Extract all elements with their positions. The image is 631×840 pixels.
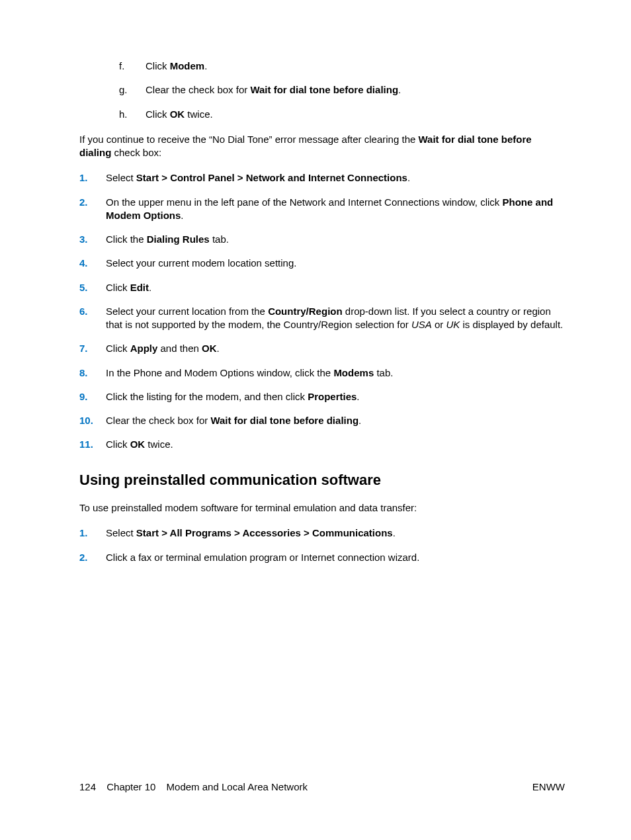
list-content: On the upper menu in the left pane of th… [106,196,565,223]
list-content: Select Start > All Programs > Accessorie… [106,526,565,540]
list-content: Clear the check box for Wait for dial to… [106,414,565,427]
chapter-label: Chapter 10 [106,781,155,792]
list-marker: 8. [79,366,106,380]
alpha-list: f.Click Modem.g.Clear the check box for … [79,60,565,121]
list-content: Select Start > Control Panel > Network a… [106,171,565,185]
footer-right: ENWW [532,780,565,794]
list-marker: 10. [79,414,106,427]
list-marker: 11. [79,438,106,451]
list-marker: 7. [79,342,106,355]
list-item: 4.Select your current modem location set… [79,257,565,270]
list-content: In the Phone and Modem Options window, c… [106,366,565,380]
list-marker: 5. [79,281,106,294]
list-item: 3.Click the Dialing Rules tab. [79,233,565,246]
list-item: 2.On the upper menu in the left pane of … [79,196,565,223]
list-marker: 9. [79,390,106,403]
list-marker: g. [119,83,146,97]
list-content: Select your current location from the Co… [106,305,565,332]
numbered-list-1: 1.Select Start > Control Panel > Network… [79,171,565,451]
list-item: 9.Click the listing for the modem, and t… [79,390,565,403]
page: f.Click Modem.g.Clear the check box for … [0,0,631,840]
chapter-title: Modem and Local Area Network [167,781,308,792]
list-marker: 2. [79,551,106,564]
list-item: 10.Clear the check box for Wait for dial… [79,414,565,427]
list-content: Click Modem. [146,60,565,73]
list-marker: 6. [79,305,106,332]
page-number: 124 [79,781,96,792]
list-item: 5.Click Edit. [79,281,565,294]
list-item: 8.In the Phone and Modem Options window,… [79,366,565,380]
list-content: Click Edit. [106,281,565,294]
list-marker: 1. [79,171,106,185]
list-item: h.Click OK twice. [119,108,565,121]
section-heading: Using preinstalled communication softwar… [79,470,565,490]
section-intro: To use preinstalled modem software for t… [79,501,565,515]
list-item: 11.Click OK twice. [79,438,565,451]
list-item: 1.Select Start > Control Panel > Network… [79,171,565,185]
numbered-list-2: 1.Select Start > All Programs > Accessor… [79,526,565,564]
list-item: 1.Select Start > All Programs > Accessor… [79,526,565,540]
list-content: Click a fax or terminal emulation progra… [106,551,565,564]
list-item: 7.Click Apply and then OK. [79,342,565,355]
list-marker: 2. [79,196,106,223]
list-content: Click the Dialing Rules tab. [106,233,565,246]
list-marker: 4. [79,257,106,270]
list-marker: f. [119,60,146,73]
list-content: Click OK twice. [146,108,565,121]
list-content: Click OK twice. [106,438,565,451]
list-content: Select your current modem location setti… [106,257,565,270]
paragraph-no-dial-tone: If you continue to receive the “No Dial … [79,133,565,160]
list-item: g.Clear the check box for Wait for dial … [119,83,565,97]
page-footer: 124 Chapter 10 Modem and Local Area Netw… [79,780,565,794]
list-item: 6.Select your current location from the … [79,305,565,332]
list-marker: 3. [79,233,106,246]
list-content: Click Apply and then OK. [106,342,565,355]
list-item: 2.Click a fax or terminal emulation prog… [79,551,565,564]
list-item: f.Click Modem. [119,60,565,73]
list-content: Click the listing for the modem, and the… [106,390,565,403]
list-marker: h. [119,108,146,121]
footer-left: 124 Chapter 10 Modem and Local Area Netw… [79,780,316,794]
list-marker: 1. [79,526,106,540]
list-content: Clear the check box for Wait for dial to… [146,83,565,97]
